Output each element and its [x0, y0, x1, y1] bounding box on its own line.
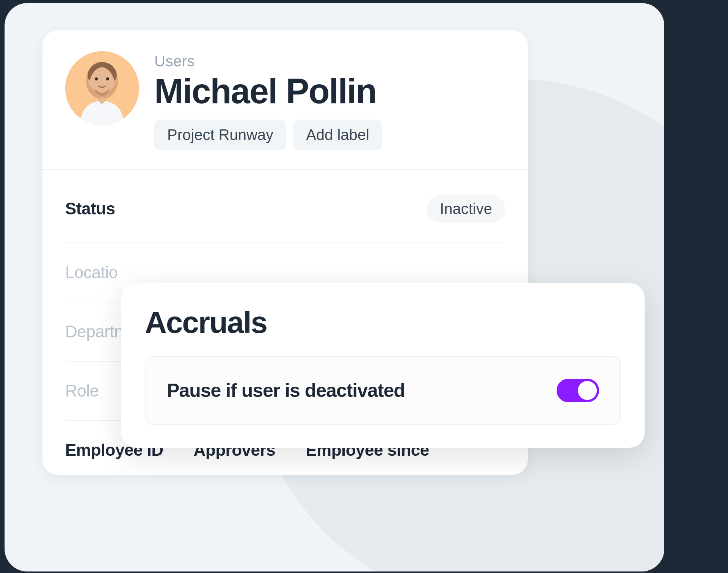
svg-point-4: [106, 77, 109, 80]
outer-container: Users Michael Pollin Project Runway Add …: [5, 3, 664, 571]
user-header: Users Michael Pollin Project Runway Add …: [42, 30, 528, 169]
avatar[interactable]: [65, 51, 139, 125]
status-row: Status Inactive: [65, 188, 505, 243]
breadcrumb[interactable]: Users: [154, 53, 505, 70]
svg-point-3: [95, 77, 98, 80]
status-label: Status: [65, 199, 115, 218]
labels-row: Project Runway Add label: [154, 120, 505, 150]
user-info-block: Users Michael Pollin Project Runway Add …: [154, 51, 505, 150]
toggle-knob: [578, 381, 597, 400]
user-name-heading: Michael Pollin: [154, 73, 505, 110]
label-chip-project[interactable]: Project Runway: [154, 120, 286, 150]
avatar-image: [65, 51, 139, 125]
status-badge: Inactive: [427, 195, 505, 223]
role-label: Role: [65, 381, 99, 400]
pause-option-label: Pause if user is deactivated: [167, 379, 405, 401]
pause-toggle[interactable]: [557, 379, 599, 402]
accruals-option-row: Pause if user is deactivated: [145, 356, 621, 425]
department-label: Departn: [65, 322, 123, 341]
location-label: Locatio: [65, 263, 118, 282]
accruals-title: Accruals: [145, 305, 621, 340]
accruals-card: Accruals Pause if user is deactivated: [121, 283, 645, 448]
add-label-button[interactable]: Add label: [293, 120, 382, 150]
